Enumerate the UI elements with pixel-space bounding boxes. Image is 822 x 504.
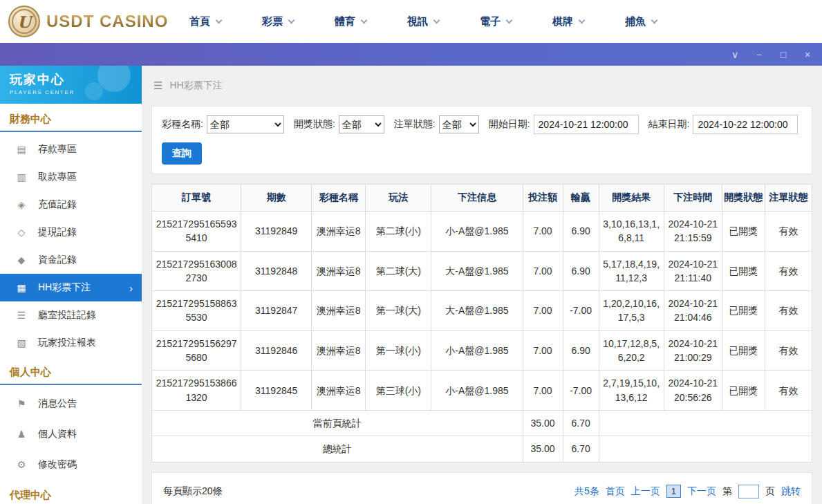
cell-draw-result: 10,17,12,8,5,6,20,2 (599, 330, 664, 371)
recharge-record-icon: ◈ (15, 199, 28, 210)
sidebar-item-change-password[interactable]: ⚙ 修改密碼 (0, 449, 142, 480)
column-header-order-no: 訂單號 (152, 185, 241, 212)
sidebar-item-recharge-record[interactable]: ◈ 充值記錄 (0, 191, 142, 218)
nav-item-label: 電子 (480, 15, 501, 28)
logo-letter: U (17, 12, 31, 31)
cell-period: 31192846 (241, 330, 312, 371)
nav-item-home[interactable]: 首頁 (189, 15, 221, 28)
column-header-lottery-name: 彩種名稱 (312, 185, 366, 212)
window-titlebar: ∨ − □ × (0, 43, 822, 66)
cell-order-no: 2152172951655935410 (152, 212, 241, 252)
deposit-icon: ▤ (15, 144, 28, 155)
withdraw-icon: ▥ (15, 171, 28, 183)
maximize-icon[interactable]: □ (778, 50, 788, 59)
prev-page-link[interactable]: 上一页 (631, 485, 660, 498)
draw-status-select[interactable]: 全部 (339, 115, 384, 133)
lottery-type-select[interactable]: 全部 (207, 115, 284, 133)
section-heading-agent: 代理中心 (0, 480, 142, 504)
section-heading-finance: 財務中心 (0, 104, 142, 132)
sidebar-item-funds-record[interactable]: ◆ 資金記錄 (0, 246, 142, 274)
sidebar-item-withdrawal-record[interactable]: ◇ 提現記錄 (0, 218, 142, 246)
search-button[interactable]: 查詢 (162, 142, 202, 165)
cell-bet-amount: 7.00 (523, 330, 563, 371)
start-date-label: 開始日期: (489, 118, 530, 131)
withdrawal-record-icon: ◇ (15, 227, 28, 238)
bell-icon: ⚑ (15, 398, 28, 409)
cell-period: 31192845 (241, 371, 312, 411)
cell-order-no: 2152172951562975680 (152, 330, 241, 371)
nav-item-lottery[interactable]: 彩票 (262, 15, 294, 28)
bet-status-select[interactable]: 全部 (439, 115, 479, 133)
summary-bet-total: 35.00 (523, 410, 563, 436)
chevron-down-icon (216, 17, 223, 24)
players-center-banner: 玩家中心 PLAYERS CENTER (0, 66, 142, 104)
chevron-down-icon (506, 17, 513, 24)
summary-row-grand-total: 總統計 35.00 6.70 (152, 436, 812, 462)
cell-bet-time: 2024-10-21 20:56:26 (664, 371, 722, 411)
page-title: HH彩票下注 (169, 80, 222, 92)
cell-lottery-name: 澳洲幸运8 (312, 330, 366, 371)
summary-bet-total: 35.00 (523, 436, 563, 462)
sidebar-item-label: 消息公告 (38, 398, 77, 410)
nav-item-fishing[interactable]: 捕魚 (625, 15, 657, 28)
lottery-type-label: 彩種名稱: (162, 118, 203, 131)
cell-draw-status: 已開獎 (722, 371, 765, 411)
jump-suffix-label: 页 (765, 485, 775, 498)
main-nav: 首頁 彩票 體育 視訊 電子 棋牌 捕魚 (189, 15, 657, 28)
sidebar-item-label: HH彩票下注 (38, 281, 91, 294)
nav-item-video[interactable]: 視訊 (407, 15, 439, 28)
cell-order-no: 2152172951630082730 (152, 251, 241, 291)
column-header-play-type: 玩法 (366, 185, 431, 212)
close-icon[interactable]: × (803, 50, 812, 59)
sidebar-item-hh-lottery-bet[interactable]: ▦ HH彩票下注 › (0, 274, 142, 301)
hamburger-icon[interactable]: ☰ (153, 80, 162, 92)
cell-bet-time: 2024-10-21 21:00:29 (664, 330, 722, 371)
chevron-down-icon (361, 17, 368, 24)
bet-status-label: 注單狀態: (394, 118, 436, 131)
sidebar-item-announcements[interactable]: ⚑ 消息公告 (0, 389, 142, 419)
current-page-indicator[interactable]: 1 (666, 485, 681, 498)
sidebar-item-label: 充值記錄 (38, 198, 77, 211)
cell-play-type: 第一球(小) (366, 330, 431, 371)
jump-button[interactable]: 跳转 (781, 485, 801, 498)
lottery-bet-icon: ▦ (15, 282, 28, 293)
nav-item-label: 體育 (335, 15, 355, 28)
sidebar-item-deposit[interactable]: ▤ 存款專區 (0, 136, 142, 163)
cell-draw-result: 5,17,18,4,19,11,12,3 (599, 251, 664, 291)
sidebar-item-profile[interactable]: ♟ 個人資料 (0, 419, 142, 449)
cell-play-type: 第二球(小) (366, 212, 431, 252)
collapse-icon[interactable]: ∨ (730, 50, 740, 59)
cell-lottery-name: 澳洲幸运8 (312, 371, 366, 411)
logo-badge-inner-ring: U (12, 9, 37, 34)
nav-item-cards[interactable]: 棋牌 (552, 15, 584, 28)
sidebar-item-room-bet-record[interactable]: ☰ 廳室投註記錄 (0, 301, 142, 329)
column-header-bet-info: 下注信息 (431, 185, 523, 212)
cell-bet-info: 大-A盤@1.985 (431, 291, 523, 331)
nav-item-slots[interactable]: 電子 (480, 15, 512, 28)
start-date-input[interactable] (534, 115, 639, 134)
column-header-win-loss: 輸贏 (563, 185, 599, 212)
sidebar-item-player-bet-report[interactable]: ▧ 玩家投注報表 (0, 329, 142, 357)
page-size-label: 每頁顯示20條 (163, 485, 223, 498)
total-count-label: 共5条 (575, 485, 599, 498)
cell-bet-info: 小-A盤@1.985 (431, 371, 523, 411)
user-icon: ♟ (15, 429, 28, 440)
sidebar-item-label: 提現記錄 (38, 226, 77, 239)
summary-row-current-page: 當前頁統計 35.00 6.70 (152, 410, 812, 436)
cell-bet-status: 有效 (765, 371, 812, 411)
gear-icon: ⚙ (15, 459, 28, 470)
summary-empty-cell (599, 410, 812, 436)
sidebar-item-label: 資金記錄 (38, 254, 77, 266)
room-record-icon: ☰ (15, 310, 28, 321)
nav-item-label: 棋牌 (552, 15, 573, 28)
sidebar-item-withdraw[interactable]: ▥ 取款專區 (0, 163, 142, 191)
nav-item-label: 捕魚 (625, 15, 646, 28)
page-jump-input[interactable] (738, 485, 759, 498)
end-date-input[interactable] (693, 115, 798, 134)
next-page-link[interactable]: 下一页 (687, 485, 716, 498)
site-logo[interactable]: U USDT CASINO (8, 6, 180, 37)
minimize-icon[interactable]: − (754, 50, 764, 59)
chevron-down-icon (288, 17, 295, 24)
first-page-link[interactable]: 首页 (606, 485, 625, 498)
nav-item-sports[interactable]: 體育 (335, 15, 366, 28)
